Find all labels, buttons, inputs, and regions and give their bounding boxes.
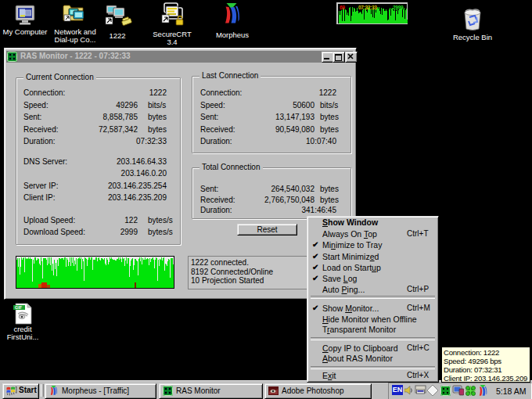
svg-text:GIF: GIF bbox=[15, 305, 23, 310]
